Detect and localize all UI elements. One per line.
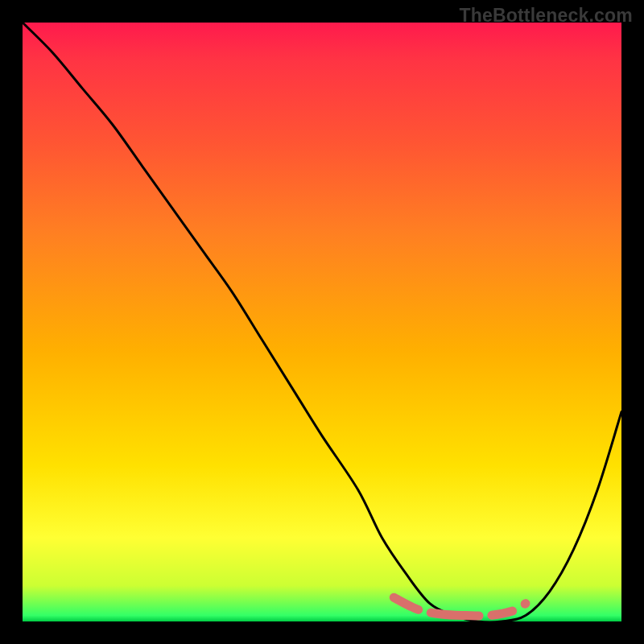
bottleneck-curve xyxy=(23,23,621,622)
curve-svg xyxy=(23,23,621,621)
chart-frame: TheBottleneck.com xyxy=(0,0,644,644)
plot-area xyxy=(23,23,621,621)
recommended-range-marker xyxy=(394,597,526,616)
